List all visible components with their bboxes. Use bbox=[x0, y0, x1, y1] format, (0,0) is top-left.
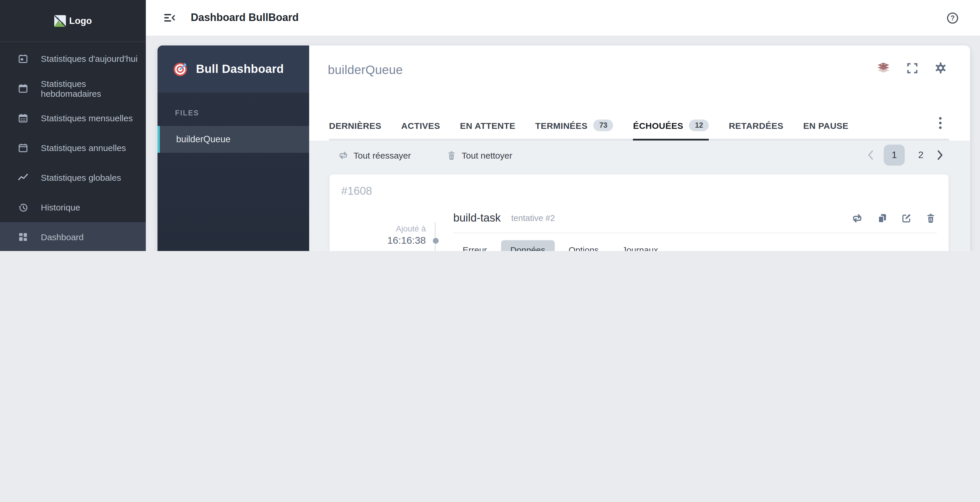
retry-all-label: Tout réessayer bbox=[353, 150, 411, 160]
job-edit-icon[interactable] bbox=[901, 213, 912, 223]
sidebar-item-dashboard[interactable]: Dashboard bbox=[0, 222, 146, 251]
logo-alt-text: Logo bbox=[69, 16, 92, 26]
calendar-month-icon bbox=[18, 113, 29, 124]
timeline-dot-added bbox=[433, 238, 439, 244]
job-attempt: tentative #2 bbox=[511, 213, 555, 223]
bullboard-panel: Bull Dashboard FILES builderQueue 6.9.2 … bbox=[158, 46, 970, 251]
job-timeline: Ajouté à 16:16:38 3 millisecondes Proces… bbox=[341, 205, 434, 251]
bull-title: Bull Dashboard bbox=[196, 62, 284, 76]
bull-sidebar: Bull Dashboard FILES builderQueue 6.9.2 bbox=[158, 46, 309, 251]
sidebar-item-label: Statistiques globales bbox=[41, 173, 121, 183]
job-detail: build-task tentative #2 bbox=[453, 205, 937, 251]
timeline-added-label: Ajouté à bbox=[341, 224, 434, 234]
job-retry-icon[interactable] bbox=[852, 213, 863, 224]
redis-icon[interactable] bbox=[877, 62, 890, 74]
job-name-row: build-task tentative #2 bbox=[453, 205, 937, 224]
sidebar-item-stats-today[interactable]: Statistiques d'aujourd'hui bbox=[0, 44, 146, 73]
clean-all-button[interactable]: Tout nettoyer bbox=[447, 150, 512, 160]
more-options-icon[interactable] bbox=[936, 114, 944, 132]
page-title: Dashboard BullBoard bbox=[191, 12, 299, 24]
page-button-current[interactable]: 1 bbox=[884, 145, 905, 165]
sidebar-item-stats-yearly[interactable]: Statistiques annuelles bbox=[0, 133, 146, 163]
topbar: Dashboard BullBoard ? bbox=[146, 0, 980, 36]
job-row: Ajouté à 16:16:38 3 millisecondes Proces… bbox=[341, 205, 937, 251]
tab-retardees[interactable]: RETARDÉES bbox=[729, 119, 783, 140]
trash-icon bbox=[447, 150, 457, 160]
sidebar-item-history[interactable]: Historique bbox=[0, 192, 146, 222]
tab-terminees[interactable]: TERMINÉES 73 bbox=[535, 119, 613, 140]
queue-title: builderQueue bbox=[309, 46, 970, 77]
tab-count-badge: 73 bbox=[593, 119, 613, 131]
bull-target-icon bbox=[173, 61, 188, 77]
tab-en-attente[interactable]: EN ATTENTE bbox=[460, 119, 515, 140]
sidebar-item-stats-monthly[interactable]: Statistiques mensuelles bbox=[0, 103, 146, 133]
sidebar-item-stats-weekly[interactable]: Statistiques hebdomadaires bbox=[0, 73, 146, 103]
retry-icon bbox=[338, 150, 348, 160]
sidebar-item-label: Statistiques hebdomadaires bbox=[41, 78, 146, 98]
svg-text:?: ? bbox=[951, 14, 955, 22]
job-tab-donnees[interactable]: Données bbox=[501, 240, 554, 251]
page-prev-icon[interactable] bbox=[867, 150, 874, 160]
job-tab-journaux[interactable]: Journaux bbox=[613, 240, 667, 251]
screen: Logo Statistiques d'aujourd'hui bbox=[0, 0, 980, 251]
admin-sidebar: Logo Statistiques d'aujourd'hui bbox=[0, 0, 146, 251]
job-divider bbox=[453, 233, 937, 233]
job-tab-erreur[interactable]: Erreur bbox=[453, 240, 496, 251]
status-tabs: DERNIÈRES ACTIVES EN ATTENTE TERMINÉES 7… bbox=[329, 119, 949, 140]
pagination: 1 2 bbox=[867, 145, 970, 165]
page-next-icon[interactable] bbox=[937, 150, 943, 160]
history-clock-icon bbox=[18, 202, 29, 213]
settings-gear-icon[interactable] bbox=[934, 62, 947, 74]
clean-all-label: Tout nettoyer bbox=[462, 150, 512, 160]
queue-content: builderQueue bbox=[309, 46, 970, 251]
tab-count-badge: 12 bbox=[689, 119, 709, 131]
bull-header: Bull Dashboard bbox=[158, 46, 309, 93]
calendar-today-icon bbox=[18, 53, 29, 64]
fullscreen-icon[interactable] bbox=[907, 62, 918, 74]
tab-echouees[interactable]: ÉCHOUÉES 12 bbox=[633, 119, 709, 140]
retry-all-button[interactable]: Tout réessayer bbox=[338, 150, 411, 160]
bulk-action-bar: Tout réessayer Tout netto bbox=[309, 140, 970, 170]
queue-header: builderQueue bbox=[309, 46, 970, 140]
job-tab-options[interactable]: Options bbox=[559, 240, 608, 251]
queue-list-item-builderqueue[interactable]: builderQueue bbox=[158, 126, 309, 153]
sidebar-item-stats-global[interactable]: Statistiques globales bbox=[0, 163, 146, 192]
page-button-2[interactable]: 2 bbox=[915, 150, 927, 160]
queues-section-label: FILES bbox=[175, 109, 309, 117]
sidebar-item-label: Statistiques annuelles bbox=[41, 143, 126, 153]
tab-dernieres[interactable]: DERNIÈRES bbox=[329, 119, 382, 140]
job-action-icons bbox=[852, 213, 937, 224]
job-card: #1608 Ajouté à 16:16:38 3 millisecondes … bbox=[329, 174, 949, 251]
job-detail-tabs: Erreur Données Options Journaux bbox=[453, 240, 937, 251]
sidebar-item-label: Statistiques d'aujourd'hui bbox=[41, 54, 138, 64]
sidebar-item-label: Statistiques mensuelles bbox=[41, 113, 133, 123]
app-logo[interactable]: Logo bbox=[0, 0, 146, 42]
job-copy-icon[interactable] bbox=[877, 213, 887, 224]
queue-body: Tout réessayer Tout netto bbox=[309, 140, 970, 251]
job-id: #1608 bbox=[341, 184, 937, 199]
line-chart-icon bbox=[18, 172, 29, 183]
tab-en-pause[interactable]: EN PAUSE bbox=[803, 119, 848, 140]
job-name: build-task bbox=[453, 212, 501, 224]
admin-nav: Statistiques d'aujourd'hui Statistiques … bbox=[0, 42, 146, 251]
dashboard-grid-icon bbox=[18, 232, 29, 243]
tab-actives[interactable]: ACTIVES bbox=[401, 119, 441, 140]
calendar-year-icon bbox=[18, 142, 29, 153]
sidebar-item-label: Historique bbox=[41, 202, 80, 212]
timeline-added-time: 16:16:38 bbox=[341, 234, 434, 248]
help-icon[interactable]: ? bbox=[946, 11, 959, 24]
queue-header-icons bbox=[877, 62, 947, 74]
broken-image-icon bbox=[54, 14, 67, 27]
sidebar-item-label: Dashboard bbox=[41, 232, 84, 242]
job-delete-icon[interactable] bbox=[926, 213, 935, 223]
calendar-week-icon bbox=[18, 83, 29, 94]
sidebar-collapse-icon[interactable] bbox=[163, 12, 176, 23]
